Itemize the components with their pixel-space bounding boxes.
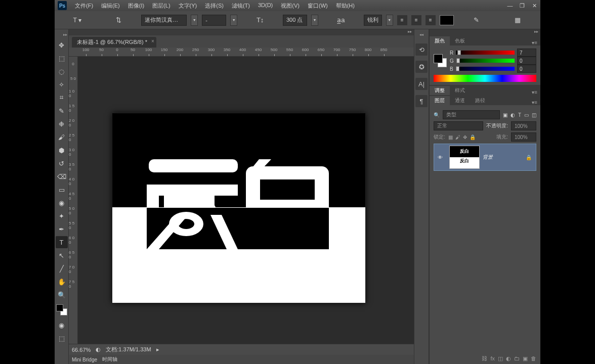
doc-collapse-icon[interactable]: ▸▸	[69, 29, 414, 35]
panel-menu-icon[interactable]: ▾≡	[532, 89, 540, 95]
move-tool[interactable]: ✥	[56, 39, 68, 51]
minimize-button[interactable]: —	[504, 1, 516, 10]
history-panel-icon[interactable]: ⟲	[415, 43, 428, 56]
menu-layer[interactable]: 图层(L)	[148, 1, 174, 11]
menu-image[interactable]: 图像(I)	[124, 1, 148, 11]
canvas-viewport[interactable]: ↖	[78, 57, 414, 344]
filter-type-icon[interactable]: T	[518, 112, 521, 118]
document-tab-close-icon[interactable]: ×	[151, 38, 154, 44]
crop-tool[interactable]: ⌗	[56, 92, 68, 104]
foreground-background-colors[interactable]	[56, 304, 67, 315]
filter-smart-icon[interactable]: ◫	[532, 112, 536, 118]
mini-bridge-tab[interactable]: Mini Bridge	[72, 357, 97, 362]
layer-name[interactable]: 背景	[483, 154, 493, 161]
screen-mode-button[interactable]: ⬚	[56, 332, 68, 344]
status-arrow-icon[interactable]: ▸	[156, 346, 159, 353]
character-panel-icon[interactable]: A|	[415, 78, 428, 90]
color-tab[interactable]: 颜色	[430, 36, 450, 46]
layers-tab[interactable]: 图层	[430, 96, 450, 105]
menu-filter[interactable]: 滤镜(T)	[228, 1, 254, 11]
menu-3d[interactable]: 3D(D)	[254, 1, 277, 11]
layer-mask-icon[interactable]: ◫	[498, 355, 503, 362]
filter-adjust-icon[interactable]: ◐	[511, 112, 515, 118]
blend-mode-dropdown[interactable]: 正常	[434, 121, 483, 130]
panel-menu-icon[interactable]: ▾≡	[532, 40, 540, 46]
g-value-input[interactable]	[517, 57, 536, 65]
quick-mask-button[interactable]: ◉	[56, 319, 68, 331]
b-slider[interactable]	[456, 67, 515, 71]
layer-lock-icon[interactable]: 🔒	[526, 155, 532, 160]
menu-type[interactable]: 文字(Y)	[175, 1, 201, 11]
eyedropper-tool[interactable]: ✎	[56, 105, 68, 117]
lock-transparent-icon[interactable]: ▦	[448, 134, 453, 140]
adjustment-layer-icon[interactable]: ◐	[506, 355, 511, 362]
pen-tool[interactable]: ✒	[56, 223, 68, 235]
r-slider[interactable]	[456, 51, 515, 55]
paths-tab[interactable]: 路径	[470, 96, 490, 105]
layer-item-background[interactable]: 👁 反白 反白 背景 🔒	[434, 144, 536, 171]
fill-dropdown[interactable]: 100%	[511, 132, 536, 142]
color-spectrum[interactable]	[434, 75, 536, 82]
opacity-dropdown[interactable]: 100%	[511, 121, 536, 130]
gradient-tool[interactable]: ▭	[56, 184, 68, 196]
properties-panel-icon[interactable]: ✪	[415, 61, 428, 73]
antialias-dropdown[interactable]: 锐利	[364, 15, 382, 26]
panels-collapse-icon[interactable]: ▸▸	[430, 29, 540, 35]
filter-pixel-icon[interactable]: ▣	[503, 112, 507, 118]
path-select-tool[interactable]: ↖	[56, 249, 68, 261]
filter-search-icon[interactable]: 🔍	[434, 112, 440, 118]
b-value-input[interactable]	[517, 65, 536, 73]
text-orientation-button[interactable]: ⇅	[112, 14, 124, 26]
toolbox-collapse-icon[interactable]: ▸▸	[55, 32, 68, 38]
healing-brush-tool[interactable]: ❉	[56, 118, 68, 130]
font-family-dropdown[interactable]: 迷你简汉真…	[141, 15, 187, 26]
g-slider[interactable]	[456, 59, 515, 63]
layer-group-icon[interactable]: 🗀	[514, 355, 520, 361]
fg-bg-big-swatch[interactable]	[434, 54, 447, 67]
antialias-arrow-icon[interactable]: ▼	[386, 15, 393, 26]
menu-view[interactable]: 视图(V)	[277, 1, 304, 11]
layer-visibility-icon[interactable]: 👁	[434, 155, 446, 160]
font-size-dropdown[interactable]: 300 点	[283, 15, 307, 26]
magic-wand-tool[interactable]: ✧	[56, 78, 68, 90]
delete-layer-icon[interactable]: 🗑	[531, 355, 536, 361]
tool-preset-button[interactable]: T ▾	[71, 14, 83, 26]
layer-filter-dropdown[interactable]: 类型	[443, 110, 500, 119]
foreground-swatch[interactable]	[56, 304, 63, 311]
eraser-tool[interactable]: ⌫	[56, 170, 68, 183]
status-info-icon[interactable]: ◐	[96, 346, 101, 353]
layer-fx-icon[interactable]: fx	[490, 355, 495, 361]
hand-tool[interactable]: ✋	[56, 276, 68, 288]
font-family-arrow-icon[interactable]: ▼	[191, 15, 198, 26]
r-value-input[interactable]	[517, 49, 536, 57]
close-button[interactable]: ✕	[528, 1, 540, 10]
link-layers-icon[interactable]: ⛓	[482, 355, 487, 361]
menu-file[interactable]: 文件(F)	[71, 1, 97, 11]
menu-edit[interactable]: 编辑(E)	[97, 1, 124, 11]
menu-help[interactable]: 帮助(H)	[332, 1, 359, 11]
type-tool[interactable]: T	[56, 236, 68, 248]
new-layer-icon[interactable]: ▣	[523, 355, 528, 362]
swatches-tab[interactable]: 色板	[450, 36, 470, 46]
strip-collapse-icon[interactable]: ◂◂	[419, 32, 423, 38]
adjustments-tab[interactable]: 调整	[430, 86, 450, 95]
clone-stamp-tool[interactable]: ⬢	[56, 144, 68, 156]
brush-tool[interactable]: 🖌	[56, 131, 68, 143]
paragraph-panel-icon[interactable]: ¶	[415, 95, 428, 107]
maximize-button[interactable]: ❐	[516, 1, 528, 10]
layer-thumbnail[interactable]: 反白 反白	[449, 146, 480, 169]
timeline-tab[interactable]: 时间轴	[102, 356, 117, 363]
align-left-button[interactable]: ≡	[397, 15, 407, 25]
font-size-arrow-icon[interactable]: ▼	[311, 15, 318, 26]
zoom-tool[interactable]: 🔍	[56, 289, 68, 301]
text-color-swatch[interactable]	[440, 15, 454, 25]
warp-text-button[interactable]: ✎	[470, 14, 482, 26]
blur-tool[interactable]: ◉	[56, 197, 68, 209]
lock-position-icon[interactable]: ✥	[463, 134, 467, 140]
dodge-tool[interactable]: ✦	[56, 210, 68, 222]
align-right-button[interactable]: ≡	[426, 15, 436, 25]
font-style-dropdown[interactable]: -	[202, 15, 226, 26]
lock-all-icon[interactable]: 🔒	[470, 134, 476, 140]
document-tab[interactable]: 未标题-1 @ 66.7%(RGB/8) * ×	[72, 37, 156, 48]
channels-tab[interactable]: 通道	[450, 96, 470, 105]
